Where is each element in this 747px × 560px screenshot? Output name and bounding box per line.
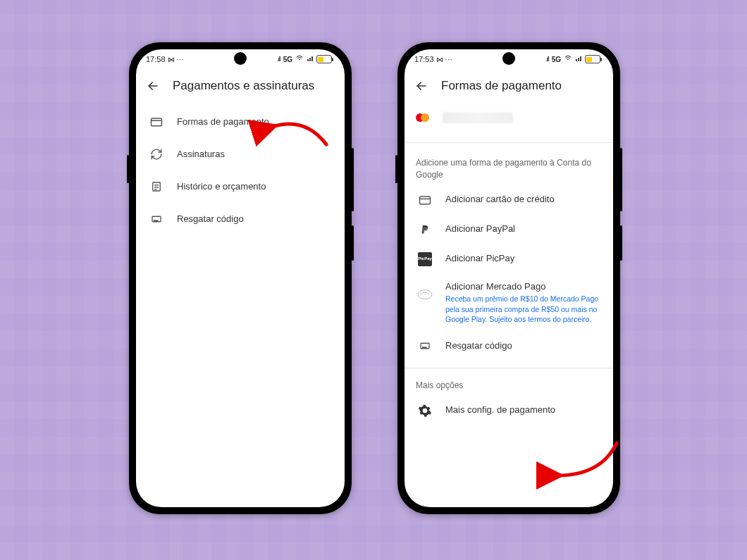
signal-icon: .ıll	[277, 56, 280, 63]
svg-point-7	[154, 220, 154, 221]
mastercard-icon	[414, 110, 430, 125]
signal-icon: .ıll	[545, 56, 549, 63]
app-bar: Formas de pagamento	[405, 69, 613, 106]
item-formas-pagamento[interactable]: Formas de pagamento	[139, 106, 342, 138]
svg-point-9	[157, 220, 158, 221]
item-label: Assinaturas	[177, 149, 332, 161]
item-label: Adicionar cartão de crédito	[445, 194, 600, 206]
status-dots: ···	[177, 56, 185, 63]
network-type: 5G	[552, 56, 561, 63]
paypal-icon	[417, 222, 433, 237]
redeem-code[interactable]: Resgatar código	[407, 331, 610, 361]
bt-icon: ⋈	[168, 56, 175, 63]
status-time: 17:53	[414, 55, 434, 63]
wifi-icon	[564, 55, 572, 63]
divider	[405, 142, 613, 143]
small-signal-icon	[575, 55, 582, 63]
mercado-pago-icon	[417, 287, 433, 302]
network-type: 5G	[283, 56, 292, 63]
bt-icon: ⋈	[436, 56, 443, 63]
page-title: Formas de pagamento	[441, 79, 562, 93]
card-icon	[149, 114, 164, 130]
divider	[405, 368, 613, 368]
item-label: Adicionar PayPal	[445, 223, 600, 235]
refresh-icon	[149, 147, 164, 162]
item-label: Adicionar Mercado Pago	[445, 281, 600, 293]
more-payment-settings[interactable]: Mais config. de pagamento	[407, 396, 610, 425]
battery-icon	[316, 55, 332, 63]
svg-point-14	[422, 347, 423, 348]
more-options-header: Mais opções	[405, 373, 613, 396]
back-button[interactable]	[146, 79, 160, 93]
wifi-icon	[295, 55, 304, 63]
menu-list: Formas de pagamento Assinaturas Históric…	[136, 106, 345, 235]
card-icon	[417, 192, 433, 208]
svg-point-8	[156, 220, 156, 221]
phone-mockup-right: 17:53 ⋈ ··· .ıll 5G	[397, 42, 620, 514]
phone-mockup-left: 17:58 ⋈ ··· .ıll 5G	[129, 42, 352, 514]
item-label: Formas de pagamento	[177, 116, 332, 128]
item-label: Resgatar código	[177, 213, 332, 225]
item-resgatar[interactable]: Resgatar código	[139, 203, 342, 235]
item-label: Resgatar código	[445, 340, 600, 352]
more-options-list: Mais config. de pagamento	[405, 396, 613, 425]
code-icon	[417, 338, 433, 354]
doc-icon	[149, 179, 164, 194]
saved-card-row[interactable]	[405, 106, 613, 138]
item-label-block: Adicionar Mercado Pago Receba um prêmio …	[445, 281, 600, 324]
item-label: Histórico e orçamento	[177, 181, 332, 193]
redacted-card-number	[443, 112, 513, 123]
camera-hole	[502, 52, 515, 65]
add-paypal[interactable]: Adicionar PayPal	[407, 215, 610, 244]
app-bar: Pagamentos e assinaturas	[136, 69, 345, 106]
svg-point-15	[424, 347, 425, 348]
code-icon	[149, 211, 164, 227]
add-section-header: Adicione uma forma de pagamento à Conta …	[405, 147, 613, 185]
small-signal-icon	[307, 55, 314, 63]
back-button[interactable]	[414, 79, 428, 93]
item-historico[interactable]: Histórico e orçamento	[139, 170, 342, 203]
battery-icon	[585, 55, 600, 63]
svg-rect-10	[420, 197, 431, 204]
add-methods-list: Adicionar cartão de crédito Adicionar Pa…	[405, 185, 613, 361]
promo-text[interactable]: Receba um prêmio de R$10 do Mercado Pago…	[445, 294, 600, 324]
item-assinaturas[interactable]: Assinaturas	[139, 138, 342, 170]
status-dots: ···	[445, 56, 453, 63]
svg-rect-0	[152, 118, 162, 126]
picpay-icon: PicPay	[417, 251, 433, 267]
page-title: Pagamentos e assinaturas	[173, 79, 314, 93]
item-label: Mais config. de pagamento	[445, 404, 600, 416]
add-picpay[interactable]: PicPay Adicionar PicPay	[407, 244, 610, 274]
add-credit-card[interactable]: Adicionar cartão de crédito	[407, 185, 610, 215]
camera-hole	[234, 52, 247, 65]
svg-point-16	[426, 347, 426, 348]
status-time: 17:58	[146, 55, 166, 63]
add-mercado-pago[interactable]: Adicionar Mercado Pago Receba um prêmio …	[407, 274, 610, 331]
item-label: Adicionar PicPay	[445, 253, 600, 265]
gear-icon	[417, 403, 433, 418]
